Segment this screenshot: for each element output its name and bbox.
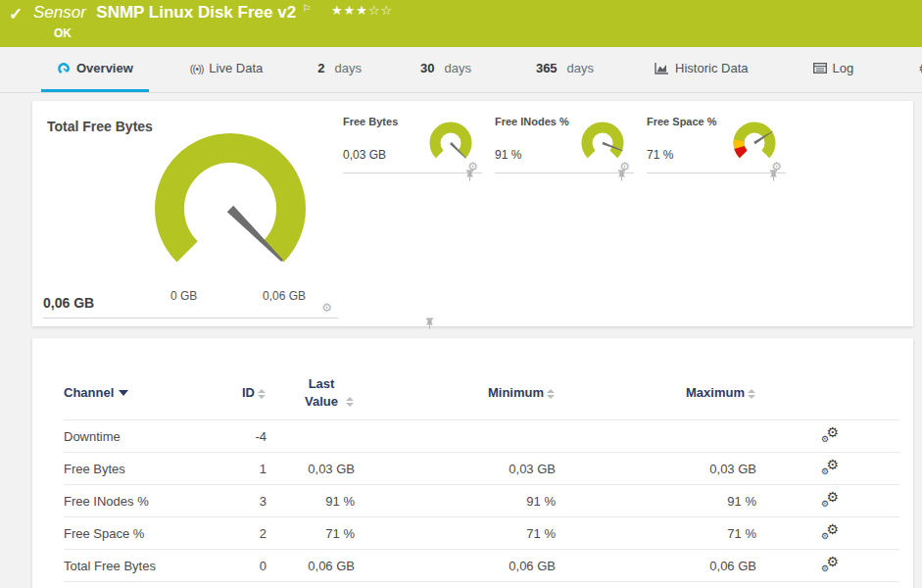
tab-unit: days [567, 61, 594, 75]
sort-icon [748, 389, 756, 399]
col-header-minimum[interactable]: Minimum [355, 369, 556, 420]
tab-365-days[interactable]: 365days [520, 47, 609, 92]
channel-last-value: 0,06 GB [267, 550, 355, 582]
table-row: Free Bytes 1 0,03 GB 0,03 GB 0,03 GB ⚙⚙ [64, 453, 899, 485]
area-chart-icon [655, 63, 669, 74]
channel-name[interactable]: Downtime [64, 420, 211, 453]
sort-icon [258, 389, 267, 399]
tab-overview[interactable]: Overview [41, 47, 149, 92]
col-header-maximum[interactable]: Maximum [556, 369, 756, 420]
gauge-scale-max: 0,06 GB [263, 289, 306, 303]
tab-number: 2 [317, 61, 324, 75]
priority-stars[interactable]: ★★★☆☆ [331, 3, 393, 18]
channel-settings-gears-icon[interactable]: ⚙⚙ [821, 557, 839, 572]
gauge-settings-gear-icon[interactable]: ⚙ [321, 302, 332, 314]
gauge-value: 0,06 GB [43, 295, 94, 311]
flag-icon[interactable]: ⚐ [303, 3, 312, 14]
sensor-type-label: Sensor [33, 3, 86, 22]
tab-number: 30 [420, 61, 434, 75]
channel-minimum: 0,03 GB [355, 453, 556, 485]
channel-id: 2 [211, 517, 267, 550]
channel-minimum: 71 % [355, 517, 556, 550]
sensor-status-header: ✓ Sensor SNMP Linux Disk Free v2 ⚐ ★★★☆☆… [0, 0, 922, 47]
channel-id: 0 [211, 550, 267, 582]
channel-table: Channel ID LastValue Minimum Maximum D [64, 369, 899, 582]
channel-id: -4 [211, 420, 267, 453]
channel-id: 3 [211, 485, 267, 517]
channel-maximum: 0,06 GB [556, 550, 756, 582]
channel-settings-gears-icon[interactable]: ⚙⚙ [821, 492, 839, 508]
free-bytes-gauge-block: Free Bytes 0,03 GB ⚙ [343, 111, 482, 173]
tab-label: Live Data [209, 61, 263, 75]
channel-name[interactable]: Free Bytes [64, 453, 211, 485]
channel-maximum: 71 % [556, 517, 756, 550]
gauge-title: Total Free Bytes [47, 119, 153, 134]
channel-last-value [267, 420, 355, 453]
gauge-value: 71 % [647, 148, 673, 162]
gauge-value: 91 % [495, 148, 521, 162]
tab-bar: Overview ((•)) Live Data 2days 30days 36… [0, 47, 922, 93]
sort-icon [346, 397, 355, 407]
channel-minimum: 91 % [355, 485, 556, 517]
broadcast-icon: ((•)) [190, 63, 204, 74]
channel-last-value: 91 % [267, 485, 355, 517]
channel-settings-gears-icon[interactable]: ⚙⚙ [821, 524, 839, 540]
channel-settings-gears-icon[interactable]: ⚙⚙ [821, 460, 839, 475]
tab-2-days[interactable]: 2days [302, 47, 377, 92]
table-row: Free Space % 2 71 % 71 % 71 % ⚙⚙ [64, 517, 899, 550]
sensor-name: SNMP Linux Disk Free v2 [96, 3, 296, 22]
tab-log[interactable]: Log [798, 47, 870, 92]
total-free-bytes-gauge[interactable] [147, 125, 314, 292]
channel-maximum: 91 % [556, 485, 756, 517]
gauge-value: 0,03 GB [343, 148, 386, 162]
channel-last-value: 0,03 GB [267, 453, 355, 485]
tab-label: Historic Data [675, 61, 748, 75]
channel-name[interactable]: Free Space % [64, 517, 211, 550]
tab-label: Log [833, 61, 854, 75]
table-row: Downtime -4 ⚙⚙ [64, 420, 899, 453]
table-header-row: Channel ID LastValue Minimum Maximum [64, 369, 899, 420]
channel-name[interactable]: Free INodes % [64, 485, 211, 517]
total-free-bytes-gauge-block: Total Free Bytes 0 GB 0,06 GB 0,06 GB ⚙ [43, 110, 338, 318]
tab-historic-data[interactable]: Historic Data [639, 47, 763, 92]
status-badge: OK [54, 26, 72, 40]
tab-30-days[interactable]: 30days [405, 47, 487, 92]
channel-settings-gears-icon[interactable]: ⚙⚙ [821, 427, 839, 443]
log-list-icon [813, 63, 827, 74]
sort-desc-icon [119, 390, 128, 396]
free-space-gauge-block: Free Space % 71 % ⚙ [647, 111, 786, 173]
channels-panel: Channel ID LastValue Minimum Maximum D [32, 338, 913, 588]
ok-check-icon: ✓ [9, 4, 23, 24]
channel-minimum: 0,06 GB [355, 550, 556, 582]
tab-live-data[interactable]: ((•)) Live Data [174, 47, 278, 92]
gauge-scale-min: 0 GB [170, 289, 197, 303]
channel-id: 1 [211, 453, 267, 485]
tab-settings[interactable]: ⚙ Settings [902, 47, 922, 92]
tab-unit: days [335, 61, 362, 75]
col-header-last-value[interactable]: LastValue [267, 369, 355, 420]
table-row: Free INodes % 3 91 % 91 % 91 % ⚙⚙ [64, 485, 899, 517]
tab-number: 365 [536, 61, 558, 75]
col-header-channel[interactable]: Channel [64, 369, 211, 420]
free-inodes-gauge-block: Free INodes % 91 % ⚙ [495, 111, 634, 173]
gauges-panel: Total Free Bytes 0 GB 0,06 GB 0,06 GB ⚙ [32, 101, 913, 326]
channel-last-value: 71 % [267, 517, 355, 550]
channel-maximum [556, 420, 756, 453]
channel-maximum: 0,03 GB [556, 453, 756, 485]
col-header-id[interactable]: ID [211, 369, 267, 420]
gear-icon: ⚙ [918, 62, 922, 75]
channel-name[interactable]: Total Free Bytes [64, 550, 211, 582]
table-row: Total Free Bytes 0 0,06 GB 0,06 GB 0,06 … [64, 550, 899, 582]
tab-unit: days [444, 61, 470, 75]
gauge-icon [57, 62, 71, 75]
tab-label: Overview [76, 61, 133, 75]
sort-icon [547, 389, 556, 399]
channel-minimum [355, 420, 556, 453]
